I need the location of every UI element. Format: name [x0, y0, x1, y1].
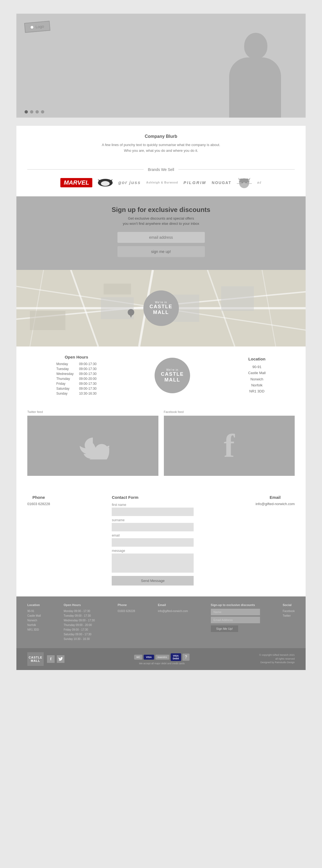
footer-signup-title: Sign-up to exclusive discounts	[211, 603, 260, 607]
svg-rect-18	[101, 297, 134, 319]
info-badge-castle: CASTLE	[161, 371, 184, 377]
badge-were-in: We're in	[155, 301, 167, 304]
contact-phone: Phone 01603 628228	[27, 495, 50, 586]
blurb-title: Company Blurb	[22, 134, 300, 139]
firstname-input[interactable]	[112, 507, 193, 516]
contact-email: Email info@gifted-norwich.com	[256, 495, 295, 586]
footer-email: info@gifted-norwich.com	[158, 609, 188, 613]
footer-facebook-link[interactable]: Facebook	[283, 609, 295, 613]
signup-section: Sign up for exclusive discounts Get excl…	[16, 196, 306, 270]
surname-input[interactable]	[112, 523, 193, 531]
brand-pilgrim: PILGRIM	[183, 177, 207, 188]
contact-section: Phone 01603 628228 Contact Form first na…	[16, 487, 306, 596]
footer-email-input[interactable]	[211, 617, 260, 623]
footer-top: Location 90-91 Castle Mall Norwich Norfo…	[16, 596, 306, 648]
hours-friday: Friday09:00-17:30	[56, 382, 97, 385]
hours-saturday: Saturday09:00-17:30	[56, 387, 97, 391]
dot-3[interactable]	[36, 110, 39, 114]
hero-figure	[226, 30, 284, 118]
email-title: Email	[256, 495, 295, 500]
email-input[interactable]	[112, 538, 193, 547]
facebook-icon: f	[224, 427, 235, 465]
paypal-icon: ?	[182, 654, 189, 661]
info-castle-badge: We're in CASTLE MALL	[154, 358, 190, 393]
hours-sunday: Sunday10:30-16:30	[56, 392, 97, 396]
blurb-text: A few lines of punchy text to quickly su…	[22, 142, 300, 154]
logo-text: Logo	[35, 24, 44, 29]
copyright-rights: all rights reserved	[275, 657, 295, 660]
brand-jellycat	[237, 177, 252, 188]
brand-ashleigh: Ashleigh & Burwood	[146, 177, 178, 188]
svg-rect-21	[30, 311, 66, 330]
contact-form: Contact Form first name surname email me…	[112, 495, 193, 586]
footer-twitter-link[interactable]: Twitter	[283, 613, 295, 618]
brands-section: Brands We Sell MARVEL gor juss Ashleigh …	[16, 162, 306, 196]
map-placeholder: We're in CASTLE MALL	[16, 270, 306, 346]
dot-2[interactable]	[30, 110, 33, 114]
brand-nl: nl	[257, 177, 262, 188]
twitter-feed-box: Twitter feed	[27, 410, 158, 476]
location-title: Location	[248, 356, 265, 361]
facebook-feed-label: Facebook feed	[164, 410, 295, 413]
payment-icons: MC VISA maestro VISADebit ?	[134, 653, 189, 661]
email-label: email	[112, 533, 193, 537]
footer-facebook-icon[interactable]: f	[47, 655, 55, 663]
phone-number: 01603 628228	[27, 502, 50, 506]
maestro-icon: maestro	[155, 655, 169, 660]
map-section: We're in CASTLE MALL	[16, 270, 306, 346]
visa-icon: VISA	[144, 655, 154, 660]
twitter-feed-label: Twitter feed	[27, 410, 158, 413]
svg-point-1	[101, 181, 110, 186]
footer-twitter-icon[interactable]	[57, 655, 65, 663]
signup-button[interactable]: sign me up!	[117, 246, 205, 257]
footer-social-icons: f	[47, 655, 65, 663]
location-info: Location 90-91 Castle Mall Norwich Norfo…	[248, 356, 265, 394]
footer-signup-col: Sign-up to exclusive discounts Sign Me U…	[211, 603, 260, 641]
signup-email-input[interactable]	[117, 232, 205, 243]
message-label: message	[112, 549, 193, 553]
footer-social-title: Social	[283, 603, 295, 607]
form-title: Contact Form	[112, 495, 193, 500]
hours-monday: Monday09:00-17:30	[56, 362, 97, 366]
twitter-feed-placeholder	[27, 416, 158, 476]
footer-phone-col: Phone 01603 628228	[118, 603, 135, 641]
signup-title: Sign up for exclusive discounts	[22, 206, 300, 214]
footer-location-title: Location	[27, 603, 41, 607]
footer-bottom: CASTLE MALL f MC VISA maestro VISADebit	[16, 648, 306, 670]
hero-navigation-dots[interactable]	[25, 110, 44, 114]
payment-note: We accept all major debit and credit car…	[134, 662, 189, 665]
visa-debit-icon: VISADebit	[171, 653, 181, 661]
brands-header: Brands We Sell	[27, 167, 295, 172]
brand-marvel: MARVEL	[60, 177, 92, 188]
message-input[interactable]	[112, 554, 193, 572]
facebook-feed-placeholder: f	[164, 416, 295, 476]
dot-4[interactable]	[41, 110, 44, 114]
info-section: Open Hours Monday09:00-17:30 Tuesday09:0…	[16, 346, 306, 405]
phone-title: Phone	[27, 495, 50, 500]
footer-logo: CASTLE MALL	[27, 652, 44, 666]
badge-mall: MALL	[153, 310, 169, 315]
email-address: info@gifted-norwich.com	[256, 502, 295, 506]
open-hours: Open Hours Monday09:00-17:30 Tuesday09:0…	[56, 355, 97, 397]
brands-divider-right	[178, 169, 295, 169]
brand-nougat: NOUGAT	[212, 177, 231, 188]
location-address: 90-91 Castle Mall Norwich Norfolk NR1 3D…	[248, 364, 265, 394]
hours-wednesday: Wednesday09:00-17:30	[56, 372, 97, 376]
dot-1[interactable]	[25, 110, 28, 114]
footer-signup-button[interactable]: Sign Me Up!	[211, 625, 239, 632]
brands-divider-left	[27, 169, 144, 169]
footer-name-input[interactable]	[211, 609, 260, 615]
social-section: Twitter feed Facebook feed f	[16, 405, 306, 487]
footer-email-title: Email	[158, 603, 188, 607]
payment-section: MC VISA maestro VISADebit ? We accept al…	[134, 653, 189, 665]
send-button[interactable]: Send Message	[112, 576, 193, 586]
footer-phone: 01603 628228	[118, 609, 135, 613]
brand-batman	[98, 177, 113, 188]
svg-rect-8	[239, 181, 249, 182]
info-badge-were-in: We're in	[166, 368, 178, 371]
surname-label: surname	[112, 518, 193, 522]
hero-banner: Logo	[16, 14, 306, 118]
svg-rect-22	[221, 286, 254, 311]
footer-mall-text: MALL	[31, 659, 40, 662]
footer-hours-col: Open Hours Monday 09:00 - 17:30 Tuesday …	[64, 603, 95, 641]
